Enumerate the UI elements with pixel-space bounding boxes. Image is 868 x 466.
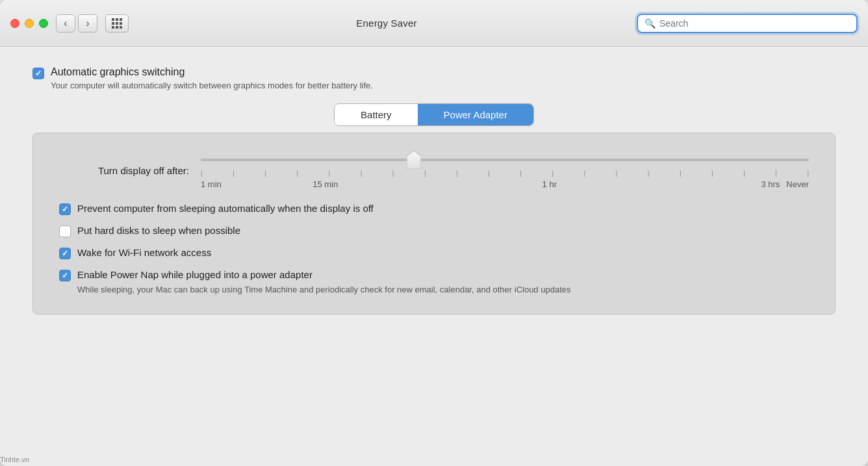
traffic-lights: [10, 19, 48, 28]
checkmark-icon: ✓: [62, 205, 68, 213]
slider-tick-labels: 1 min 15 min 1 hr 3 hrs Never: [201, 179, 809, 189]
auto-graphics-row: ✓ Automatic graphics switching Your comp…: [32, 66, 836, 90]
close-button[interactable]: [10, 19, 19, 28]
checkmark-icon: ✓: [62, 250, 68, 257]
back-button[interactable]: ‹: [56, 14, 75, 32]
panel: Turn display off after:: [32, 133, 836, 315]
window: ‹ › Energy Saver 🔍 ✓ Autom: [0, 0, 868, 466]
auto-graphics-text: Automatic graphics switching Your comput…: [51, 66, 373, 90]
back-arrow-icon: ‹: [64, 18, 67, 29]
nav-buttons: ‹ ›: [56, 14, 97, 32]
checkbox-row-wifi: ✓ Wake for Wi-Fi network access: [59, 246, 809, 259]
power-nap-text: Enable Power Nap while plugged into a po…: [77, 268, 570, 296]
tick-label-1min: 1 min: [201, 179, 222, 189]
tick-label-1hr: 1 hr: [338, 179, 761, 189]
slider-thumb-icon: [407, 151, 421, 169]
slider-row: Turn display off after:: [59, 151, 809, 189]
search-icon: 🔍: [645, 18, 656, 29]
tick-label-3hrs: 3 hrs: [761, 179, 780, 189]
window-title: Energy Saver: [136, 18, 637, 29]
wifi-checkbox[interactable]: ✓: [59, 248, 71, 259]
auto-graphics-label: Automatic graphics switching: [51, 66, 373, 78]
grid-button[interactable]: [105, 14, 129, 32]
tick-label-never: Never: [786, 179, 809, 189]
tick-label-15min: 15 min: [313, 179, 338, 189]
grid-icon: [112, 18, 122, 29]
checkbox-row-prevent-sleep: ✓ Prevent computer from sleeping automat…: [59, 202, 809, 215]
checkboxes-section: ✓ Prevent computer from sleeping automat…: [59, 202, 809, 296]
forward-button[interactable]: ›: [78, 14, 97, 32]
auto-graphics-sublabel: Your computer will automatically switch …: [51, 81, 373, 90]
wifi-text: Wake for Wi-Fi network access: [77, 246, 211, 259]
hard-disks-checkbox[interactable]: [59, 226, 71, 237]
power-nap-checkbox[interactable]: ✓: [59, 270, 71, 281]
tab-group: Battery Power Adapter: [334, 103, 534, 126]
slider-label: Turn display off after:: [59, 165, 189, 176]
prevent-sleep-checkbox[interactable]: ✓: [59, 203, 71, 215]
watermark: Tinhte.vn: [0, 456, 29, 463]
forward-arrow-icon: ›: [86, 18, 89, 29]
slider-track: [201, 159, 809, 161]
checkmark-icon: ✓: [35, 70, 42, 77]
prevent-sleep-text: Prevent computer from sleeping automatic…: [77, 202, 374, 215]
slider-container: | | | | | | | | | | | | |: [201, 151, 809, 189]
hard-disks-label: Put hard disks to sleep when possible: [77, 225, 240, 236]
power-nap-sublabel: While sleeping, your Mac can back up usi…: [77, 284, 570, 296]
display-slider[interactable]: [201, 151, 809, 168]
prevent-sleep-label: Prevent computer from sleeping automatic…: [77, 203, 374, 214]
tab-battery[interactable]: Battery: [335, 104, 418, 125]
content-area: ✓ Automatic graphics switching Your comp…: [0, 47, 868, 466]
hard-disks-text: Put hard disks to sleep when possible: [77, 224, 240, 237]
auto-graphics-checkbox[interactable]: ✓: [32, 68, 44, 79]
power-nap-label: Enable Power Nap while plugged into a po…: [77, 268, 570, 281]
checkbox-row-power-nap: ✓ Enable Power Nap while plugged into a …: [59, 268, 809, 296]
search-box[interactable]: 🔍: [637, 14, 858, 33]
titlebar: ‹ › Energy Saver 🔍: [0, 0, 868, 47]
tabs-row: Battery Power Adapter: [32, 103, 836, 126]
maximize-button[interactable]: [39, 19, 48, 28]
wifi-label: Wake for Wi-Fi network access: [77, 247, 211, 258]
search-input[interactable]: [659, 18, 850, 29]
minimize-button[interactable]: [25, 19, 34, 28]
tab-power-adapter[interactable]: Power Adapter: [418, 104, 533, 125]
checkmark-icon: ✓: [62, 272, 68, 279]
checkbox-row-hard-disks: Put hard disks to sleep when possible: [59, 224, 809, 237]
